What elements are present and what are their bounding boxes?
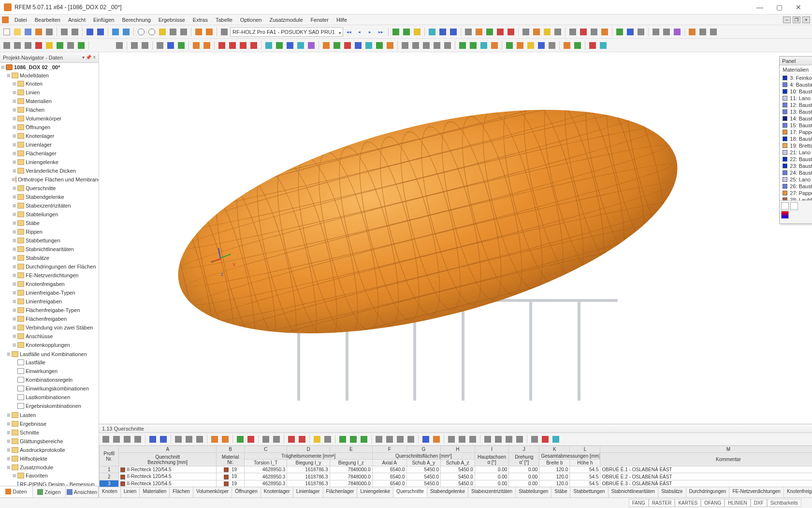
tb-btn[interactable] (495, 27, 505, 37)
redo-button[interactable] (121, 27, 131, 37)
nav-tab-zeigen[interactable]: Zeigen (33, 486, 66, 497)
open-button[interactable] (13, 27, 22, 37)
grid-tb-btn[interactable] (348, 434, 358, 444)
bottom-tab[interactable]: Stabnichtlinearitäten (609, 487, 659, 497)
menu-ergebnisse[interactable]: Ergebnisse (155, 16, 189, 24)
material-item[interactable]: 26: Baustahl S 235 | DIN 18800:19 (780, 183, 812, 190)
grid-tb-btn[interactable] (122, 434, 132, 444)
menu-bearbeiten[interactable]: Bearbeiten (31, 16, 64, 24)
tree-node[interactable]: 1086_DOX 02 _00* (0, 63, 99, 71)
tb-btn[interactable] (34, 41, 44, 50)
tree-node[interactable]: Verbindung von zwei Stäben (0, 324, 99, 331)
panel-btn[interactable] (781, 211, 789, 219)
material-item[interactable]: 27: Pappel und Nadelholz C30 | ÈSI (780, 190, 812, 196)
material-item[interactable]: 4: Baustahl S 235 | DIN 18800:199 (780, 81, 812, 88)
tb-btn[interactable] (536, 41, 546, 50)
material-item[interactable]: 19: Brettschichtholz GL28h | ÈSN E (780, 142, 812, 149)
tree-node[interactable]: Rippen (0, 228, 99, 236)
materials-list[interactable]: 3: Feinkornbaustahl S 460 M | DIN4: Baus… (780, 75, 812, 200)
tb-btn[interactable] (115, 41, 124, 50)
tb-btn[interactable] (332, 41, 342, 50)
tree-node[interactable]: Hilfsobjekte (0, 455, 99, 463)
tb-btn[interactable] (625, 27, 635, 37)
grid-tb-btn[interactable] (235, 434, 245, 444)
tb-btn[interactable] (506, 27, 516, 37)
grid-tb-btn[interactable] (272, 434, 281, 444)
tb-btn[interactable] (526, 41, 536, 50)
tb-btn[interactable] (438, 27, 448, 37)
material-item[interactable]: 24: Baustahl S 235 | DIN 18800:19 (780, 169, 812, 176)
tree-node[interactable]: Glättungsbereiche (0, 437, 99, 445)
mdi-restore[interactable]: ❐ (793, 16, 800, 23)
tree-node[interactable]: Materialien (0, 97, 99, 105)
tb-btn[interactable] (375, 41, 384, 50)
tree-node[interactable]: Einwirkungen (0, 367, 99, 375)
tb-btn[interactable] (505, 41, 514, 50)
tb-btn[interactable] (306, 41, 316, 50)
menu-tabelle[interactable]: Tabelle (212, 16, 236, 24)
grid-tb-btn[interactable] (468, 434, 478, 444)
grid-tb-btn[interactable] (148, 434, 158, 444)
tb-btn[interactable] (573, 41, 582, 50)
tree-node[interactable]: RF-PIPING Design - Bemessun… (0, 480, 99, 486)
tree-node[interactable]: Modelldaten (0, 72, 99, 79)
grid-tb-btn[interactable] (395, 434, 405, 444)
tb-btn[interactable] (391, 27, 401, 37)
bottom-tab[interactable]: Stabsätze (658, 487, 686, 497)
status-segment[interactable]: RASTER (649, 499, 675, 507)
new-button[interactable] (2, 27, 12, 37)
tb-btn[interactable] (651, 27, 661, 37)
panel-btn[interactable] (781, 202, 789, 210)
material-item[interactable]: 3: Feinkornbaustahl S 460 M | DIN (780, 75, 812, 81)
tree-node[interactable]: Lasten (0, 411, 99, 419)
tb-btn[interactable] (636, 27, 646, 37)
tb-btn[interactable] (364, 41, 374, 50)
tb-btn[interactable] (191, 41, 201, 50)
tb-btn[interactable] (449, 27, 458, 37)
tb-btn[interactable] (70, 27, 80, 37)
tree-node[interactable]: Durchdringungen der Flächen (0, 263, 99, 270)
material-item[interactable]: 14: Baustahl S 355 | DIN 18800:19 (780, 115, 812, 122)
tb-nav-first[interactable]: ◂◂ (344, 27, 354, 37)
material-item[interactable]: 17: Pappel und Nadelholz C24 | ÈSI (780, 129, 812, 135)
grid-tb-btn[interactable] (261, 434, 271, 444)
grid-tb-btn[interactable] (297, 434, 307, 444)
grid-tb-btn[interactable] (515, 434, 524, 444)
tb-btn[interactable] (85, 27, 95, 37)
tb-btn[interactable] (427, 27, 437, 37)
grid-tb-btn[interactable] (493, 434, 503, 444)
navigator-tree[interactable]: 1086_DOX 02 _00*ModelldatenKnotenLinienM… (0, 63, 99, 486)
tb-btn[interactable] (589, 27, 599, 37)
tb-btn[interactable] (264, 41, 274, 50)
tb-btn[interactable] (588, 41, 597, 50)
tree-node[interactable]: Knoten (0, 80, 99, 88)
tree-node[interactable]: Linien (0, 89, 99, 96)
panel-btn[interactable] (790, 202, 798, 210)
bottom-tab[interactable]: Liniengelenke (357, 487, 393, 497)
tb-btn[interactable] (385, 41, 395, 50)
menu-extras[interactable]: Extras (189, 16, 212, 24)
tb-btn[interactable] (562, 41, 572, 50)
tb-btn[interactable] (55, 41, 65, 50)
material-item[interactable]: 23: Baustahl S 355 | DIN 18800:19 (780, 163, 812, 169)
3d-viewport[interactable]: X Y Z Panel× Materialien 3: Feinkornbaus… (99, 52, 812, 424)
data-grid[interactable]: ProfilNr.ABCDEFGHIJKLMQuerschnittBezeich… (99, 446, 812, 487)
tb-btn[interactable] (217, 41, 227, 50)
tb-btn[interactable] (600, 27, 609, 37)
tb-btn[interactable] (579, 27, 588, 37)
mdi-icon[interactable] (2, 16, 9, 23)
material-item[interactable]: 12: Baustahl S 355 | DIN 18800:19 (780, 102, 812, 108)
tb-btn[interactable] (521, 27, 531, 37)
tree-node[interactable]: Flächenfreigabe-Typen (0, 306, 99, 314)
grid-tb-btn[interactable] (530, 434, 539, 444)
bottom-tab[interactable]: Flächen (170, 487, 193, 497)
material-item[interactable]: 28: Laubholz D70 | ÈSN EN 338:20 (780, 196, 812, 200)
grid-tb-btn[interactable] (112, 434, 121, 444)
grid-tb-btn[interactable] (338, 434, 348, 444)
tb-btn[interactable] (285, 41, 295, 50)
tb-btn[interactable] (2, 41, 12, 50)
tb-btn[interactable] (155, 41, 165, 50)
tree-node[interactable]: Stabsätze (0, 254, 99, 262)
tree-node[interactable]: Stabendgelenke (0, 193, 99, 201)
grid-tb-btn[interactable] (421, 434, 431, 444)
